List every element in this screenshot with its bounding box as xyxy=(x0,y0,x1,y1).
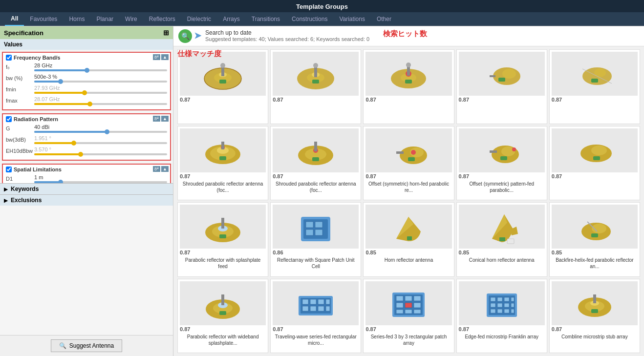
tab-other[interactable]: Other xyxy=(371,13,397,25)
card-14-score: 0.85 xyxy=(552,250,562,255)
card-11[interactable]: 0.86 Reflectarray with Square Patch Unit… xyxy=(270,202,361,277)
svg-rect-102 xyxy=(491,303,495,307)
EH10dBbw-slider[interactable] xyxy=(34,153,167,155)
card-4[interactable]: 0.87 xyxy=(549,49,640,124)
spec-icon[interactable]: ⊞ xyxy=(163,29,169,37)
svg-rect-108 xyxy=(504,309,509,313)
svg-rect-58 xyxy=(306,222,313,228)
G-input-wrap: 40 dBi xyxy=(34,124,167,133)
svg-rect-90 xyxy=(396,303,403,308)
tab-variations[interactable]: Variations xyxy=(333,13,370,25)
freq-section-title: Frequency Band/s 8⁴ ▲ xyxy=(6,55,167,61)
G-slider[interactable] xyxy=(34,131,167,133)
card-17[interactable]: 0.87 Series-fed 3 by 3 rectangular patch… xyxy=(363,279,454,354)
tab-favourites[interactable]: Favourites xyxy=(24,13,63,25)
bw3dB-slider[interactable] xyxy=(34,142,167,144)
G-label: G xyxy=(6,126,34,131)
bw3dB-value: 1.951 ° xyxy=(34,135,167,141)
card-6-score: 0.87 xyxy=(273,173,283,179)
bw3dB-row: bw(3dB) 1.951 ° xyxy=(6,135,167,144)
card-9[interactable]: 0.87 xyxy=(549,126,640,201)
search-title: Search up to date xyxy=(205,29,369,36)
f0-slider[interactable] xyxy=(34,69,167,71)
f0-input-wrap: 28 GHz xyxy=(34,63,167,71)
card-3[interactable]: 0.87 xyxy=(456,49,547,124)
svg-rect-109 xyxy=(511,309,514,313)
tab-all[interactable]: All xyxy=(5,12,24,26)
exclusions-section[interactable]: ▶ Exclusions xyxy=(0,194,173,206)
card-16[interactable]: 0.87 Traveling-wave series-fed rectangul… xyxy=(270,279,361,354)
freq-checkbox[interactable] xyxy=(6,55,12,61)
card-7[interactable]: 0.87 Offset (symmetric) horn-fed parabol… xyxy=(363,126,454,201)
card-5[interactable]: 0.87 Shrouded parabolic reflector antenn… xyxy=(177,126,268,201)
svg-point-17 xyxy=(406,63,411,67)
svg-rect-54 xyxy=(221,218,224,229)
card-15-score: 0.87 xyxy=(180,326,190,332)
svg-rect-59 xyxy=(315,222,322,228)
svg-rect-74 xyxy=(219,311,226,315)
freq-expand-btn[interactable]: ▲ xyxy=(161,54,169,60)
freq-settings-btn[interactable]: 8⁴ xyxy=(153,54,160,60)
tab-wire[interactable]: Wire xyxy=(119,13,143,25)
rad-section-title: Radiation Pattern 8⁴ ▲ xyxy=(6,116,167,122)
fmin-label: fmin xyxy=(6,86,34,92)
tab-reflectors[interactable]: Reflectors xyxy=(143,13,181,25)
card-13-label: Conical horn reflector antenna xyxy=(469,257,535,263)
values-section: Frequency Band/s 8⁴ ▲ f₀ 28 GHz xyxy=(0,50,173,183)
spatial-checkbox[interactable] xyxy=(6,167,12,172)
freq-controls: 8⁴ ▲ xyxy=(153,54,169,60)
bw-row: bw (%) 500e-3 % xyxy=(6,74,167,83)
tab-constructions[interactable]: Constructions xyxy=(286,13,333,25)
spatial-expand-btn[interactable]: ▲ xyxy=(161,166,169,172)
spatial-settings-btn[interactable]: 8⁴ xyxy=(153,166,160,172)
bw-input-wrap: 500e-3 % xyxy=(34,74,167,83)
tab-transitions[interactable]: Transitions xyxy=(246,13,286,25)
card-1[interactable]: 0.87 xyxy=(270,49,361,124)
card-8-score: 0.87 xyxy=(459,173,469,179)
card-7-score: 0.87 xyxy=(365,173,376,179)
card-19[interactable]: 0.87 Combline microstrip stub array xyxy=(549,279,640,354)
tab-planar[interactable]: Planar xyxy=(90,13,119,25)
f0-value: 28 GHz xyxy=(34,63,167,68)
template-grid: 0.87 0.87 xyxy=(173,46,644,356)
fmin-slider[interactable] xyxy=(34,92,167,94)
card-2-image xyxy=(365,52,451,96)
card-5-image xyxy=(180,128,266,172)
card-16-score: 0.87 xyxy=(273,326,283,332)
fmax-slider[interactable] xyxy=(34,103,167,105)
card-1-image xyxy=(273,52,359,96)
card-19-score: 0.87 xyxy=(552,326,562,332)
card-8[interactable]: 0.87 Offset (symmetric) pattern-fed para… xyxy=(456,126,547,201)
bw-slider[interactable] xyxy=(34,81,167,83)
card-13[interactable]: 0.85 Conical horn reflector antenna xyxy=(456,202,547,277)
card-6-image xyxy=(273,128,359,172)
card-11-image xyxy=(273,205,359,249)
rad-settings-btn[interactable]: 8⁴ xyxy=(153,116,160,122)
keywords-arrow: ▶ xyxy=(4,187,8,192)
f0-label: f₀ xyxy=(6,64,34,70)
card-14[interactable]: 0.85 Backfire-helix-fed parabolic reflec… xyxy=(549,202,640,277)
right-panel: 🔍 ➤ Search up to date Suggested template… xyxy=(173,26,644,356)
card-6[interactable]: 0.87 Shrouded parabolic reflector antenn… xyxy=(270,126,361,201)
bw3dB-input-wrap: 1.951 ° xyxy=(34,135,167,144)
tab-horns[interactable]: Horns xyxy=(63,13,90,25)
tab-arrays[interactable]: Arrays xyxy=(217,13,246,25)
rad-checkbox[interactable] xyxy=(6,116,12,122)
suggest-antenna-button[interactable]: 🔍 Suggest Antenna xyxy=(51,339,122,352)
card-12[interactable]: 0.85 Horn reflector antenna xyxy=(363,202,454,277)
tab-dielectric[interactable]: Dielectric xyxy=(181,13,217,25)
D1-slider[interactable] xyxy=(34,181,167,183)
card-4-image xyxy=(552,52,638,96)
card-18-image xyxy=(459,281,545,325)
rad-expand-btn[interactable]: ▲ xyxy=(161,116,169,122)
card-15[interactable]: 0.87 Parabolic reflector with wideband s… xyxy=(177,279,268,354)
card-18[interactable]: 0.87 Edge-fed microstrip Franklin array xyxy=(456,279,547,354)
bottom-bar: 🔍 Suggest Antenna xyxy=(0,335,173,356)
card-10[interactable]: 0.87 Parabolic reflector with splashplat… xyxy=(177,202,268,277)
card-0[interactable]: 0.87 xyxy=(177,49,268,124)
keywords-section[interactable]: ▶ Keywords xyxy=(0,183,173,194)
bw-label: bw (%) xyxy=(6,75,34,81)
card-13-image xyxy=(459,205,545,249)
svg-rect-60 xyxy=(306,230,313,235)
card-2[interactable]: 0.87 xyxy=(363,49,454,124)
